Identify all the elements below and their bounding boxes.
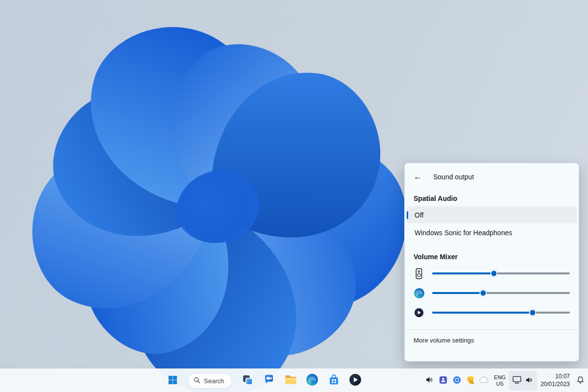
clock-tray-button[interactable]: 10:07 20/01/2023 xyxy=(537,371,573,391)
slider-fill xyxy=(432,312,533,314)
tray-teams-button[interactable] xyxy=(436,371,450,391)
language-line1: ENG xyxy=(494,374,506,381)
sound-output-flyout: ← Sound output Spatial Audio Off Windows… xyxy=(404,163,579,362)
tray-volume-button[interactable] xyxy=(422,371,436,391)
slider-fill xyxy=(432,292,483,294)
back-arrow-icon: ← xyxy=(414,172,422,181)
file-explorer-icon xyxy=(285,374,297,387)
windows-logo-icon xyxy=(168,375,177,387)
taskbar-center-icons: Search xyxy=(162,369,366,392)
spatial-audio-header: Spatial Audio xyxy=(405,195,579,202)
tray-time: 10:07 xyxy=(555,373,570,381)
flyout-header: ← Sound output xyxy=(405,166,579,185)
more-volume-settings-link[interactable]: More volume settings xyxy=(405,330,579,350)
tray-update-button[interactable] xyxy=(450,371,464,391)
quick-settings-button[interactable] xyxy=(509,371,537,391)
spatial-audio-option-off[interactable]: Off xyxy=(407,206,577,223)
search-icon xyxy=(194,377,200,385)
language-selector[interactable]: ENG US xyxy=(491,371,509,391)
media-player-icon xyxy=(349,373,362,388)
option-label: Off xyxy=(415,211,423,219)
tray-security-button[interactable] xyxy=(464,371,477,391)
speaker-icon xyxy=(425,375,434,386)
slider-thumb[interactable] xyxy=(479,290,487,297)
edge-icon xyxy=(306,373,318,388)
microsoft-store-button[interactable] xyxy=(323,370,344,391)
speaker-icon xyxy=(525,376,533,386)
selected-indicator xyxy=(407,211,408,219)
task-view-button[interactable] xyxy=(237,370,258,391)
media-player-volume-slider[interactable] xyxy=(432,308,570,318)
volume-slider-row-edge xyxy=(405,283,579,303)
tray-onedrive-button[interactable] xyxy=(477,371,491,391)
chat-button[interactable] xyxy=(259,370,279,391)
chat-icon xyxy=(263,374,275,388)
volume-mixer-header: Volume Mixer xyxy=(405,253,579,261)
edge-icon xyxy=(413,288,425,299)
speaker-device-icon xyxy=(413,268,425,279)
slider-fill xyxy=(432,272,494,274)
taskbar: Search xyxy=(0,368,588,392)
slider-thumb[interactable] xyxy=(529,309,537,317)
notifications-button[interactable] xyxy=(573,371,587,391)
slider-thumb[interactable] xyxy=(490,270,498,277)
task-view-icon xyxy=(242,374,253,388)
notification-bell-icon xyxy=(576,376,585,386)
tray-date: 20/01/2023 xyxy=(540,381,570,389)
option-label: Windows Sonic for Headphones xyxy=(415,229,512,237)
flyout-title: Sound output xyxy=(433,173,474,181)
volume-slider-row-system xyxy=(405,264,579,283)
system-volume-slider[interactable] xyxy=(432,269,570,278)
search-box[interactable]: Search xyxy=(188,373,232,389)
edge-volume-slider[interactable] xyxy=(432,288,570,298)
microsoft-store-icon xyxy=(328,374,340,388)
spatial-audio-option-windows-sonic[interactable]: Windows Sonic for Headphones xyxy=(407,224,577,241)
security-shield-warning-icon xyxy=(466,375,475,386)
cast-display-icon xyxy=(513,376,521,386)
volume-slider-row-media-player xyxy=(405,303,579,322)
language-line2: US xyxy=(496,381,503,387)
media-player-button[interactable] xyxy=(345,370,366,391)
windows-update-icon xyxy=(453,376,461,386)
file-explorer-button[interactable] xyxy=(280,370,301,391)
teams-icon xyxy=(439,376,447,386)
system-tray: ENG US 10:07 20/01/2023 xyxy=(422,369,587,392)
edge-button[interactable] xyxy=(302,370,322,391)
start-button[interactable] xyxy=(162,370,183,391)
media-player-icon xyxy=(413,308,425,318)
search-label: Search xyxy=(204,377,224,385)
back-button[interactable]: ← xyxy=(414,171,425,183)
onedrive-cloud-icon xyxy=(479,376,489,385)
